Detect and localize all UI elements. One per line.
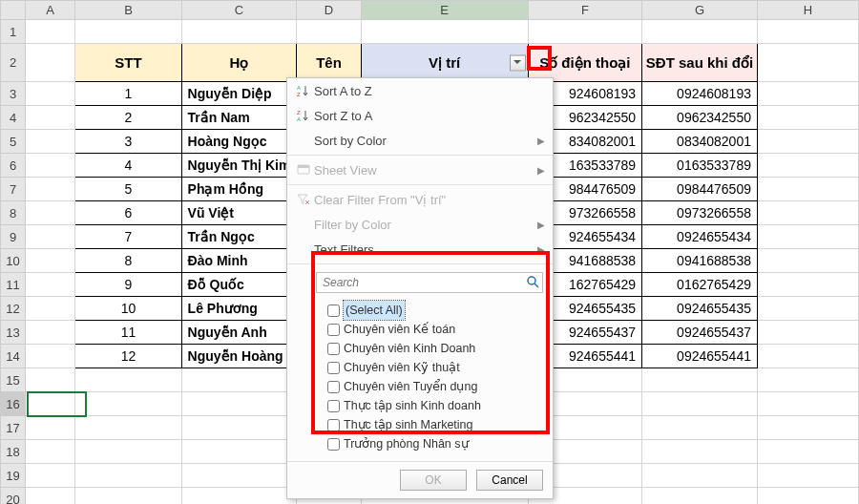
- cancel-button[interactable]: Cancel: [476, 470, 543, 491]
- row-header[interactable]: 13: [1, 321, 26, 345]
- col-header-d[interactable]: D: [297, 1, 361, 20]
- col-header-a[interactable]: A: [25, 1, 74, 20]
- row-header[interactable]: 20: [1, 488, 26, 505]
- row-header-2[interactable]: 2: [1, 44, 26, 82]
- cell-stt[interactable]: 10: [75, 297, 181, 321]
- cell-stt[interactable]: 2: [75, 106, 181, 130]
- svg-text:Z: Z: [297, 92, 301, 97]
- checkbox-select-all[interactable]: [327, 304, 340, 317]
- cell-ho[interactable]: Trần Ngọc: [181, 225, 297, 249]
- checkbox[interactable]: [327, 324, 340, 336]
- row-header[interactable]: 15: [1, 368, 26, 392]
- checkbox[interactable]: [327, 362, 340, 374]
- filter-option[interactable]: Chuyên viên Kế toán: [327, 320, 543, 339]
- col-header-g[interactable]: G: [642, 1, 758, 20]
- cell-stt[interactable]: 11: [75, 321, 181, 345]
- cell-ho[interactable]: Nguyễn Diệp: [181, 82, 297, 106]
- header-sdt[interactable]: Số điện thoại: [528, 44, 641, 82]
- filter-dropdown-button[interactable]: [510, 54, 526, 71]
- cell-ho[interactable]: Lê Phương: [181, 297, 297, 321]
- row-header[interactable]: 4: [1, 106, 26, 130]
- cell-sdt2[interactable]: 0924655435: [642, 297, 758, 321]
- cell-sdt2[interactable]: 0834082001: [642, 130, 758, 154]
- col-header-b[interactable]: B: [75, 1, 181, 20]
- text-filters[interactable]: Text Filters ▶: [287, 237, 553, 262]
- cell-sdt2[interactable]: 0924608193: [642, 82, 758, 106]
- cell-stt[interactable]: 9: [75, 273, 181, 297]
- sort-az[interactable]: AZ Sort A to Z: [287, 78, 553, 103]
- cell-sdt2[interactable]: 0973266558: [642, 201, 758, 225]
- row-header[interactable]: 16: [1, 392, 26, 416]
- header-vitri[interactable]: Vị trí: [361, 44, 528, 82]
- cell-sdt2[interactable]: 0924655434: [642, 225, 758, 249]
- row-header[interactable]: 9: [1, 225, 26, 249]
- row-header[interactable]: 14: [1, 345, 26, 368]
- filter-by-color: Filter by Color ▶: [287, 212, 553, 237]
- col-header-f[interactable]: F: [528, 1, 641, 20]
- header-ten[interactable]: Tên: [297, 44, 361, 82]
- row-header[interactable]: 19: [1, 464, 26, 488]
- row-header[interactable]: 11: [1, 273, 26, 297]
- row-header[interactable]: 12: [1, 297, 26, 321]
- checkbox[interactable]: [327, 419, 340, 431]
- filter-option[interactable]: Thực tập sinh Kinh doanh: [327, 396, 543, 415]
- row-header[interactable]: 5: [1, 130, 26, 154]
- cell-sdt2[interactable]: 0163533789: [642, 154, 758, 178]
- cell-ho[interactable]: Đỗ Quốc: [181, 273, 297, 297]
- checkbox[interactable]: [327, 343, 340, 355]
- filter-option[interactable]: Chuyên viên Tuyển dụng: [327, 377, 543, 396]
- cell-ho[interactable]: Hoàng Ngọc: [181, 130, 297, 154]
- filter-option-select-all[interactable]: (Select All): [327, 301, 543, 320]
- filter-option[interactable]: Thực tập sinh Marketing: [327, 415, 543, 434]
- row-header[interactable]: 6: [1, 154, 26, 178]
- header-sdt2[interactable]: SĐT sau khi đổi: [642, 44, 758, 82]
- checkbox[interactable]: [327, 400, 340, 412]
- col-header-e[interactable]: E: [361, 1, 528, 20]
- col-header-h[interactable]: H: [757, 1, 858, 20]
- row-header[interactable]: 7: [1, 178, 26, 201]
- row-header[interactable]: 17: [1, 416, 26, 440]
- checkbox[interactable]: [327, 438, 340, 451]
- cell-ho[interactable]: Nguyễn Thị Kim: [181, 154, 297, 178]
- cell-sdt2[interactable]: 0962342550: [642, 106, 758, 130]
- header-ho[interactable]: Họ: [181, 44, 297, 82]
- cell-stt[interactable]: 12: [75, 345, 181, 368]
- cell-stt[interactable]: 8: [75, 249, 181, 273]
- filter-option[interactable]: Chuyên viên Kỹ thuật: [327, 358, 543, 377]
- cell-ho[interactable]: Nguyễn Anh: [181, 321, 297, 345]
- row-header[interactable]: 10: [1, 249, 26, 273]
- cell-sdt2[interactable]: 0941688538: [642, 249, 758, 273]
- filter-checklist: (Select All) Chuyên viên Kế toánChuyên v…: [287, 297, 553, 461]
- checkbox[interactable]: [327, 381, 340, 393]
- sort-by-color[interactable]: Sort by Color ▶: [287, 128, 553, 153]
- select-all-corner[interactable]: [1, 1, 26, 20]
- svg-rect-5: [298, 165, 309, 168]
- cell-ho[interactable]: Trần Nam: [181, 106, 297, 130]
- col-header-c[interactable]: C: [181, 1, 297, 20]
- cell-stt[interactable]: 5: [75, 178, 181, 201]
- cell-sdt2[interactable]: 0924655437: [642, 321, 758, 345]
- filter-search-input[interactable]: [316, 272, 543, 293]
- row-header-1[interactable]: 1: [1, 20, 26, 44]
- row-header[interactable]: 8: [1, 201, 26, 225]
- ok-button[interactable]: OK: [400, 470, 467, 491]
- filter-option[interactable]: Chuyên viên Kinh Doanh: [327, 339, 543, 358]
- header-stt[interactable]: STT: [75, 44, 181, 82]
- sort-za[interactable]: ZA Sort Z to A: [287, 103, 553, 128]
- cell-ho[interactable]: Nguyễn Hoàng: [181, 345, 297, 368]
- cell-stt[interactable]: 6: [75, 201, 181, 225]
- cell-stt[interactable]: 1: [75, 82, 181, 106]
- cell-sdt2[interactable]: 0984476509: [642, 178, 758, 201]
- cell-ho[interactable]: Phạm Hồng: [181, 178, 297, 201]
- cell-stt[interactable]: 4: [75, 154, 181, 178]
- cell-sdt2[interactable]: 0162765429: [642, 273, 758, 297]
- cell-ho[interactable]: Vũ Việt: [181, 201, 297, 225]
- cell-stt[interactable]: 7: [75, 225, 181, 249]
- filter-option[interactable]: Trưởng phòng Nhân sự: [327, 434, 543, 453]
- row-header[interactable]: 18: [1, 440, 26, 464]
- cell-ho[interactable]: Đào Minh: [181, 249, 297, 273]
- cell-stt[interactable]: 3: [75, 130, 181, 154]
- row-header[interactable]: 3: [1, 82, 26, 106]
- cell-sdt2[interactable]: 0924655441: [642, 345, 758, 368]
- sheet-view-icon: [293, 164, 314, 176]
